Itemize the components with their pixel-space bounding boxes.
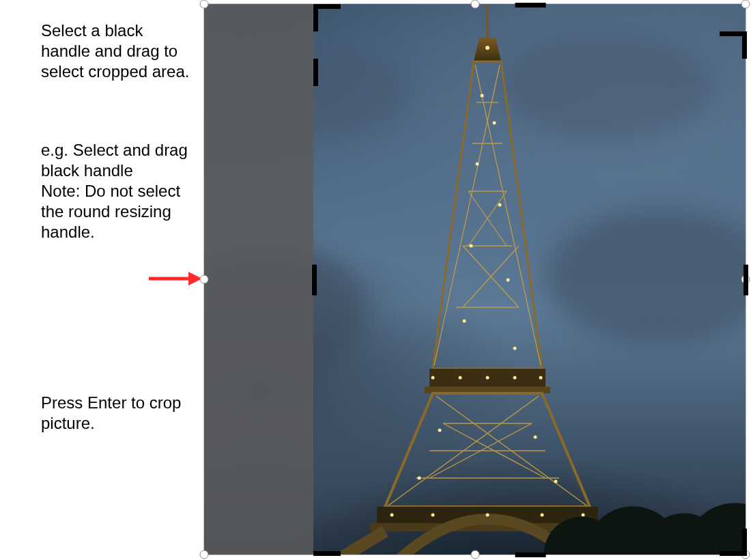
crop-selection-box[interactable] (313, 4, 747, 556)
instruction-step-2-note: Note: Do not select the round resizing h… (41, 182, 180, 241)
crop-handle-bottom-mid[interactable] (515, 552, 545, 557)
crop-handle-top-mid[interactable] (515, 3, 545, 8)
crop-handle-mid-left[interactable] (312, 265, 317, 296)
crop-handle-top-left[interactable] (313, 4, 341, 31)
instruction-step-2-example: e.g. Select and drag black handle (41, 141, 188, 180)
crop-handle-bottom-right[interactable] (313, 86, 341, 113)
resize-handle-top-left[interactable] (200, 0, 209, 9)
instruction-step-2: e.g. Select and drag black handle Note: … (41, 140, 191, 242)
crop-handle-top-right[interactable] (313, 31, 341, 59)
instruction-column: Select a black handle and drag to select… (41, 20, 191, 434)
picture-bounding-box[interactable] (203, 3, 746, 555)
instruction-step-1: Select a black handle and drag to select… (41, 20, 191, 82)
resize-handle-mid-left[interactable] (200, 275, 209, 284)
crop-handle-bottom-left[interactable] (313, 59, 341, 86)
cropped-out-overlay (204, 4, 313, 555)
instruction-step-3: Press Enter to crop picture. (41, 393, 191, 434)
resize-handle-bottom-left[interactable] (200, 550, 209, 559)
crop-handle-mid-right[interactable] (743, 265, 748, 296)
